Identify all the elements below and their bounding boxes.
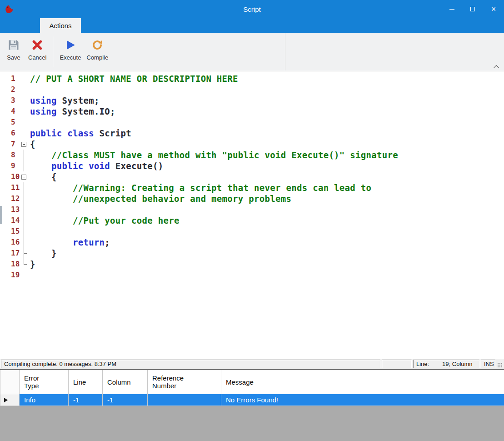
fold-collapse-icon[interactable] (20, 171, 28, 182)
play-icon (64, 38, 77, 52)
fold-collapse-icon[interactable] (20, 139, 28, 150)
code-line[interactable]: 3using System; (0, 95, 504, 106)
grid-cell[interactable] (148, 394, 221, 406)
toolbar: Save Cancel Execute (0, 33, 504, 71)
line-number: 10 (0, 171, 20, 182)
tab-actions[interactable]: Actions (40, 18, 81, 33)
cancel-button[interactable]: Cancel (25, 33, 49, 71)
resize-grip[interactable] (497, 360, 503, 368)
code-line[interactable]: 1// PUT A SHORT NAME OR DESCRIPTION HERE (0, 73, 504, 84)
grid-cell[interactable]: Info (20, 394, 69, 406)
current-row-arrow-icon (4, 398, 8, 402)
line-number: 2 (0, 84, 20, 95)
code-line[interactable]: 17 } (0, 248, 504, 259)
fold-margin (20, 204, 28, 215)
line-number: 19 (0, 270, 20, 281)
row-selector-cell[interactable] (0, 394, 20, 406)
red-x-icon (30, 38, 44, 52)
code-line[interactable]: 19 (0, 270, 504, 281)
fold-margin (20, 248, 28, 259)
code-text: } (28, 248, 57, 259)
collapse-ribbon-chevron-icon[interactable] (492, 64, 500, 69)
code-text (28, 117, 30, 128)
grid-header-cell[interactable]: Reference Number (148, 370, 221, 394)
code-text: { (28, 171, 57, 182)
code-line[interactable]: 10 { (0, 171, 504, 182)
table-row[interactable]: Info-1-1No Errors Found! (0, 394, 504, 406)
floppy-icon (7, 38, 20, 52)
close-icon[interactable]: × (483, 0, 504, 18)
save-button[interactable]: Save (2, 33, 25, 71)
code-text: { (28, 139, 35, 150)
line-number: 3 (0, 95, 20, 106)
line-number: 9 (0, 160, 20, 171)
code-text: } (28, 259, 35, 270)
cancel-label: Cancel (28, 54, 46, 61)
grid-header-cell[interactable]: Message (221, 370, 504, 394)
window-title: Script (0, 5, 504, 13)
margin-marker (0, 206, 2, 224)
execute-label: Execute (60, 54, 81, 61)
code-line[interactable]: 4using System.IO; (0, 106, 504, 117)
code-line[interactable]: 7{ (0, 139, 504, 150)
code-text: using System; (28, 95, 100, 106)
caption-buttons: × (441, 0, 504, 18)
rooster-logo-icon[interactable] (4, 3, 15, 15)
code-line[interactable]: 12 //unexpected behavior and memory prob… (0, 193, 504, 204)
compile-button[interactable]: Compile (84, 33, 111, 71)
line-number: 6 (0, 128, 20, 139)
code-line[interactable]: 8 //Class MUST have a method with "publi… (0, 150, 504, 160)
compile-label: Compile (86, 54, 108, 61)
line-number: 18 (0, 259, 20, 270)
grid-corner-cell[interactable] (0, 370, 20, 394)
code-line[interactable]: 18} (0, 259, 504, 270)
fold-margin (20, 259, 28, 270)
grid-cell[interactable]: -1 (103, 394, 148, 406)
code-editor[interactable]: 1// PUT A SHORT NAME OR DESCRIPTION HERE… (0, 71, 504, 359)
line-number: 8 (0, 150, 20, 160)
line-number: 14 (0, 215, 20, 226)
fold-margin (20, 226, 28, 237)
grid-header-cell[interactable]: Column (103, 370, 148, 394)
grid-cell[interactable]: No Errors Found! (221, 394, 504, 406)
code-text (28, 270, 30, 281)
code-text: return; (28, 237, 110, 248)
fold-margin (20, 193, 28, 204)
execute-button[interactable]: Execute (57, 33, 84, 71)
fold-margin (20, 270, 28, 281)
line-number: 1 (0, 73, 20, 84)
code-text: //Class MUST have a method with "public … (28, 150, 398, 160)
code-line[interactable]: 11 //Warning: Creating a script that nev… (0, 182, 504, 193)
code-line[interactable]: 15 (0, 226, 504, 237)
code-line[interactable]: 16 return; (0, 237, 504, 248)
titlebar: Script × (0, 0, 504, 18)
line-number: 5 (0, 117, 20, 128)
code-line[interactable]: 9 public void Execute() (0, 160, 504, 171)
code-line[interactable]: 5 (0, 117, 504, 128)
refresh-icon (90, 38, 104, 52)
line-number: 4 (0, 106, 20, 117)
fold-margin (20, 117, 28, 128)
statusbar: Compiling complete. 0 messages. 8:37 PM … (0, 359, 504, 369)
maximize-icon[interactable] (462, 0, 483, 18)
fold-margin (20, 106, 28, 117)
code-text: //unexpected behavior and memory problem… (28, 193, 291, 204)
code-text: //Warning: Creating a script that never … (28, 182, 371, 193)
minimize-icon[interactable] (441, 0, 462, 18)
code-line[interactable]: 2 (0, 84, 504, 95)
code-text: using System.IO; (28, 106, 115, 117)
code-line[interactable]: 6public class Script (0, 128, 504, 139)
fold-margin (20, 215, 28, 226)
line-number: 12 (0, 193, 20, 204)
fold-margin (20, 95, 28, 106)
ribbon-group-separator (285, 33, 285, 70)
grid-cell[interactable]: -1 (69, 394, 103, 406)
code-line[interactable]: 14 //Put your code here (0, 215, 504, 226)
grid-header-cell[interactable]: Line (69, 370, 103, 394)
code-text: public void Execute() (28, 160, 164, 171)
code-line[interactable]: 13 (0, 204, 504, 215)
save-label: Save (7, 54, 20, 61)
grid-header-cell[interactable]: Error Type (20, 370, 69, 394)
code-text: // PUT A SHORT NAME OR DESCRIPTION HERE (28, 73, 238, 84)
code-lines: 1// PUT A SHORT NAME OR DESCRIPTION HERE… (0, 73, 504, 281)
